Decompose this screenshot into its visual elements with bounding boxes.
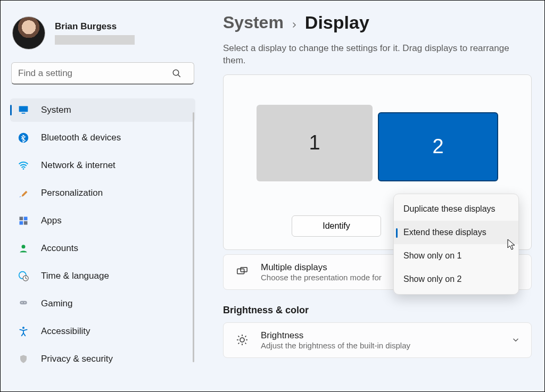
search-wrap <box>11 62 196 85</box>
display-helper-text: Select a display to change the settings … <box>223 43 532 67</box>
display-mode-dropdown[interactable]: Duplicate these displays Extend these di… <box>393 194 519 295</box>
mode-option-duplicate[interactable]: Duplicate these displays <box>394 197 518 221</box>
avatar <box>12 16 45 49</box>
svg-point-19 <box>240 338 244 342</box>
chevron-right-icon <box>291 13 298 32</box>
svg-rect-8 <box>20 221 23 225</box>
nav-item-bluetooth[interactable]: Bluetooth & devices <box>10 126 195 149</box>
nav-item-system[interactable]: System <box>10 98 195 122</box>
nav-label: Apps <box>41 215 62 226</box>
identify-button[interactable]: Identify <box>292 215 381 237</box>
multiple-displays-title: Multiple displays <box>261 262 382 273</box>
nav-item-apps[interactable]: Apps <box>10 209 195 232</box>
identify-button-label: Identify <box>323 221 350 230</box>
wifi-icon <box>18 160 29 171</box>
svg-point-16 <box>22 327 24 329</box>
profile-block[interactable]: Brian Burgess <box>10 13 197 62</box>
nav-label: Privacy & security <box>41 354 113 364</box>
nav-label: Network & internet <box>41 160 115 171</box>
display-tile-1[interactable]: 1 <box>257 105 373 181</box>
nav-label: Bluetooth & devices <box>41 132 121 143</box>
brightness-subtitle: Adjust the brightness of the built-in di… <box>261 341 410 350</box>
search-icon <box>172 69 181 78</box>
breadcrumb-parent[interactable]: System <box>223 13 284 32</box>
monitor-icon <box>18 104 29 116</box>
svg-rect-7 <box>24 217 28 221</box>
accessibility-icon <box>18 326 29 337</box>
mode-option-label: Extend these displays <box>403 228 486 237</box>
svg-line-1 <box>178 74 180 77</box>
nav-item-time-language[interactable]: Time & language <box>10 264 195 288</box>
shield-icon <box>18 353 29 365</box>
nav-item-gaming[interactable]: Gaming <box>10 292 195 315</box>
nav-item-personalization[interactable]: Personalization <box>10 181 195 205</box>
svg-rect-3 <box>22 113 26 114</box>
nav-item-accounts[interactable]: Accounts <box>10 237 195 260</box>
svg-rect-2 <box>19 106 28 112</box>
mode-option-only2[interactable]: Show only on 2 <box>394 268 518 291</box>
nav-list: System Bluetooth & devices Network & int… <box>10 98 195 371</box>
apps-icon <box>18 215 29 227</box>
nav-scroll: System Bluetooth & devices Network & int… <box>10 98 197 386</box>
nav-item-accessibility[interactable]: Accessibility <box>10 320 195 343</box>
nav-item-privacy[interactable]: Privacy & security <box>10 347 195 371</box>
paintbrush-icon <box>18 187 29 199</box>
cursor-icon <box>507 239 516 251</box>
multiple-displays-subtitle: Choose the presentation mode for <box>261 273 382 282</box>
breadcrumb-current: Display <box>305 12 369 33</box>
clock-globe-icon <box>18 270 29 282</box>
svg-rect-13 <box>20 301 27 305</box>
svg-point-14 <box>21 302 22 303</box>
mode-option-label: Duplicate these displays <box>403 204 496 214</box>
breadcrumb: System Display <box>223 12 533 33</box>
mode-option-only1[interactable]: Show only on 1 <box>394 244 518 268</box>
svg-rect-6 <box>20 217 23 221</box>
bluetooth-icon <box>18 132 29 144</box>
mode-option-label: Show only on 1 <box>403 251 461 261</box>
svg-point-0 <box>173 70 179 76</box>
profile-email-redacted <box>55 35 135 45</box>
multiple-displays-icon <box>235 265 249 279</box>
brightness-icon <box>235 333 249 347</box>
brightness-card[interactable]: Brightness Adjust the brightness of the … <box>223 322 532 358</box>
chevron-down-icon[interactable] <box>512 336 519 344</box>
svg-point-10 <box>22 245 26 248</box>
nav-label: Time & language <box>41 271 109 281</box>
sidebar: Brian Burgess System Bluetooth & d <box>1 1 203 391</box>
brightness-section-heading: Brightness & color <box>223 305 533 316</box>
search-input[interactable] <box>11 62 194 85</box>
display-tile-2[interactable]: 2 <box>378 112 498 181</box>
profile-name: Brian Burgess <box>55 21 135 32</box>
mode-option-label: Show only on 2 <box>403 274 461 284</box>
svg-point-15 <box>24 302 26 303</box>
svg-point-5 <box>23 168 24 170</box>
svg-point-4 <box>19 133 28 143</box>
mode-option-extend[interactable]: Extend these displays <box>394 221 518 244</box>
nav-label: Accounts <box>41 243 78 254</box>
display-tile-label: 2 <box>432 135 443 158</box>
person-icon <box>18 243 29 254</box>
nav-label: Personalization <box>41 188 103 198</box>
brightness-title: Brightness <box>261 330 410 341</box>
nav-label: Accessibility <box>41 326 90 337</box>
nav-label: System <box>41 105 71 115</box>
nav-item-network[interactable]: Network & internet <box>10 154 195 177</box>
svg-rect-9 <box>24 221 28 225</box>
gamepad-icon <box>18 298 29 310</box>
display-tile-label: 1 <box>309 131 320 154</box>
nav-label: Gaming <box>41 298 73 309</box>
nav-scrollbar[interactable] <box>193 112 194 362</box>
